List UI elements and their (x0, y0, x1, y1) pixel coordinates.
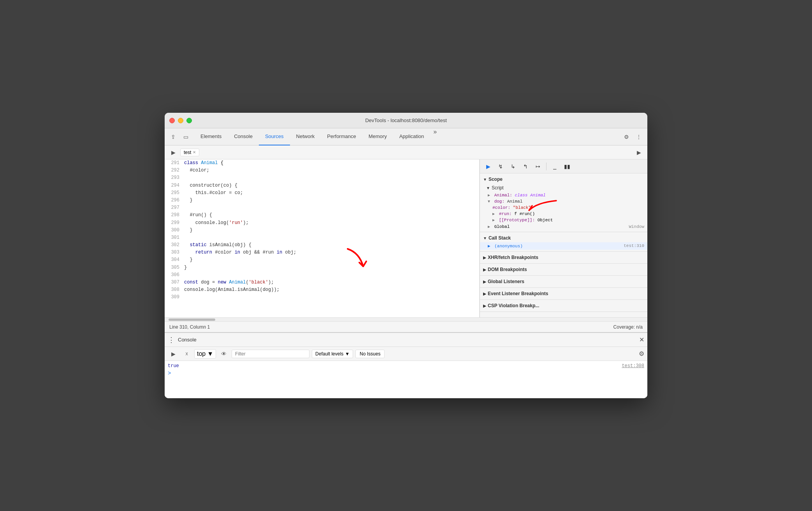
script-triangle: ▼ (486, 186, 490, 190)
color-key: #color: (492, 205, 510, 210)
status-bar: Line 310, Column 1 Coverage: n/a (165, 321, 647, 332)
step-out-btn[interactable]: ↰ (520, 161, 531, 172)
no-issues-button[interactable]: No Issues (355, 350, 385, 358)
sources-toolbar-right: ▶ (633, 147, 644, 158)
animal-type: class (515, 193, 527, 198)
csp-section: ▶ CSP Violation Breakp... (480, 300, 647, 312)
console-settings-icon[interactable]: ⚙ (639, 350, 644, 357)
table-row: 306 (165, 271, 479, 279)
animal-expand-icon[interactable]: ▶ (488, 193, 490, 198)
xhr-header[interactable]: ▶ XHR/fetch Breakpoints (480, 253, 647, 262)
console-filter-input[interactable] (232, 350, 309, 358)
play-icon[interactable]: ▶ (168, 147, 179, 158)
more-options-icon[interactable]: ⋮ (633, 131, 644, 142)
console-close-icon[interactable]: ✕ (639, 336, 644, 343)
dom-section: ▶ DOM Breakpoints (480, 264, 647, 276)
log-level-dropdown[interactable]: Default levels ▼ (312, 350, 353, 358)
global-listeners-header[interactable]: ▶ Global Listeners (480, 277, 647, 286)
minimize-button[interactable] (178, 118, 183, 123)
scope-triangle: ▼ (483, 177, 487, 182)
console-output-line: true test:308 (165, 362, 647, 369)
event-listeners-header[interactable]: ▶ Event Listener Breakpoints (480, 289, 647, 298)
eye-icon[interactable]: 👁 (218, 348, 229, 359)
callstack-anonymous[interactable]: ▶ (anonymous) test:310 (480, 242, 647, 250)
console-area: ⋮ Console ✕ ▶ ☓ top ▼ 👁 Default levels ▼ (165, 332, 647, 398)
dog-key: dog: (494, 199, 504, 204)
animal-classname: Animal (530, 193, 546, 198)
tab-network[interactable]: Network (290, 128, 321, 145)
console-play-icon[interactable]: ▶ (168, 348, 179, 359)
script-header[interactable]: ▼ Script (480, 184, 647, 192)
tab-application[interactable]: Application (393, 128, 431, 145)
callstack-triangle: ▼ (483, 236, 487, 240)
dog-expand-icon[interactable]: ▼ (488, 200, 490, 204)
xhr-triangle: ▶ (483, 256, 486, 260)
csp-header[interactable]: ▶ CSP Violation Breakp... (480, 301, 647, 310)
more-tabs-icon[interactable]: » (430, 128, 440, 145)
animal-key: Animal: (494, 193, 512, 198)
event-listeners-label: Event Listener Breakpoints (488, 291, 548, 296)
tab-console[interactable]: Console (228, 128, 259, 145)
callstack-header[interactable]: ▼ Call Stack (480, 234, 647, 242)
console-header: ⋮ Console ✕ (165, 333, 647, 347)
run-expand-icon[interactable]: ▶ (492, 212, 495, 216)
anonymous-label: (anonymous) (494, 244, 523, 248)
tab-performance[interactable]: Performance (321, 128, 362, 145)
context-selector[interactable]: top ▼ (194, 349, 216, 359)
sources-main: 291class Animal { 292 #color; 293 294 co… (165, 159, 647, 317)
step-over-btn[interactable]: ↯ (496, 161, 506, 172)
scope-dog[interactable]: ▼ dog: Animal (480, 198, 647, 205)
code-editor[interactable]: 291class Animal { 292 #color; 293 294 co… (165, 159, 480, 317)
scope-run[interactable]: ▶ #run: f #run() (480, 211, 647, 217)
xhr-section: ▶ XHR/fetch Breakpoints (480, 252, 647, 264)
step-btn[interactable]: ↦ (533, 161, 543, 172)
xhr-label: XHR/fetch Breakpoints (488, 255, 538, 260)
dom-header[interactable]: ▶ DOM Breakpoints (480, 265, 647, 274)
console-prompt[interactable]: > (165, 369, 647, 377)
tab-memory[interactable]: Memory (362, 128, 393, 145)
close-button[interactable] (169, 118, 175, 123)
tab-bar: ⇪ ▭ Elements Console Sources Network Per… (165, 128, 647, 145)
prototype-expand-icon[interactable]: ▶ (492, 218, 495, 222)
tab-sources[interactable]: Sources (259, 128, 290, 145)
horizontal-scrollbar[interactable] (165, 317, 647, 321)
csp-triangle: ▶ (483, 304, 486, 308)
settings-icon[interactable]: ⚙ (621, 131, 632, 142)
right-panel: ▶ ↯ ↳ ↰ ↦ ⎯ ▮▮ ▼ Scope (480, 159, 647, 317)
tab-elements[interactable]: Elements (194, 128, 228, 145)
global-listeners-label: Global Listeners (488, 279, 524, 284)
device-toolbar-icon[interactable]: ▭ (180, 131, 191, 142)
prototype-key: [[Prototype]]: (499, 218, 535, 222)
devtools-body: ▶ test ✕ ▶ 291class Animal { 292 #color; (165, 145, 647, 398)
scrollbar-thumb-h[interactable] (169, 318, 215, 321)
global-expand-icon[interactable]: ▶ (488, 225, 490, 229)
console-title: Console (178, 337, 197, 343)
code-area-wrapper: 291class Animal { 292 #color; 293 294 co… (165, 159, 480, 317)
console-output-location[interactable]: test:308 (622, 363, 644, 369)
prompt-icon: > (168, 370, 171, 376)
table-row: 296 } (165, 197, 479, 204)
global-listeners-section: ▶ Global Listeners (480, 276, 647, 288)
scope-animal[interactable]: ▶ Animal: class Animal (480, 192, 647, 198)
deactivate-breakpoints-btn[interactable]: ⎯ (550, 161, 560, 172)
table-row: 298 #run() { (165, 212, 479, 219)
scope-title: Scope (489, 177, 503, 182)
resume-btn[interactable]: ▶ (483, 161, 493, 172)
cursor-icon[interactable]: ⇪ (168, 131, 179, 142)
step-into-btn[interactable]: ↳ (508, 161, 518, 172)
clear-console-icon[interactable]: ☓ (181, 348, 192, 359)
scope-global[interactable]: ▶ Global Window (480, 223, 647, 230)
file-tab-name: test (184, 150, 191, 155)
pause-on-exceptions-btn[interactable]: ▮▮ (562, 161, 572, 172)
console-menu-icon[interactable]: ⋮ (168, 336, 175, 344)
table-row: 307const dog = new Animal('black'); (165, 279, 479, 286)
scope-header[interactable]: ▼ Scope (480, 175, 647, 184)
devtools-icons: ⇪ ▭ (168, 131, 191, 142)
maximize-button[interactable] (186, 118, 192, 123)
sources-toolbar-left: ▶ test ✕ (168, 147, 199, 158)
file-tab-close-icon[interactable]: ✕ (193, 150, 196, 154)
file-tab[interactable]: test ✕ (180, 149, 199, 156)
table-row: 292 #color; (165, 167, 479, 174)
run-snippet-icon[interactable]: ▶ (633, 147, 644, 158)
scope-prototype[interactable]: ▶ [[Prototype]]: Object (480, 217, 647, 223)
